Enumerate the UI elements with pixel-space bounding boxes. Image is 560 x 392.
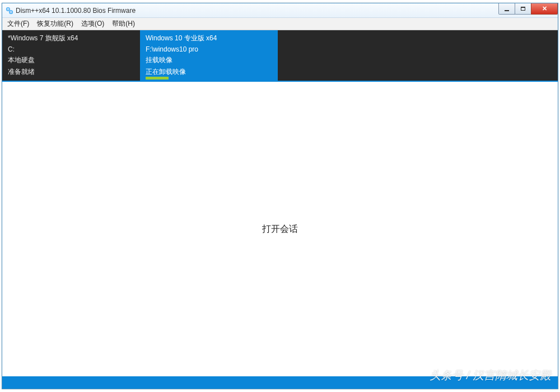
image-path: C: <box>8 45 134 53</box>
unload-progress-fill <box>146 77 169 80</box>
svg-point-3 <box>11 11 12 12</box>
close-icon: ✕ <box>542 6 547 12</box>
svg-point-1 <box>7 8 8 10</box>
image-status: 正在卸载映像 <box>146 67 272 77</box>
menu-recovery[interactable]: 恢复功能(R) <box>33 18 77 30</box>
image-card-win10[interactable]: Windows 10 专业版 x64 F:\windows10 pro 挂载映像… <box>140 30 278 81</box>
titlebar[interactable]: Dism++x64 10.1.1000.80 Bios Firmware ✕ <box>2 3 558 18</box>
image-strip: *Windows 7 旗舰版 x64 C: 本地硬盘 准备就绪 Windows … <box>2 30 558 82</box>
image-path: F:\windows10 pro <box>146 45 272 53</box>
minimize-button[interactable] <box>498 3 515 15</box>
close-button[interactable]: ✕ <box>531 3 558 15</box>
open-session-prompt: 打开会话 <box>262 223 298 235</box>
watermark-text: 头条号 / 汉宫隋城长安殿 <box>430 368 551 383</box>
window-title: Dism++x64 10.1.1000.80 Bios Firmware <box>16 7 136 15</box>
menu-help[interactable]: 帮助(H) <box>108 18 139 30</box>
image-strip-empty <box>278 30 558 81</box>
minimize-icon <box>505 10 509 11</box>
menu-file[interactable]: 文件(F) <box>3 18 33 30</box>
image-status: 准备就绪 <box>8 67 134 77</box>
content-area[interactable]: 打开会话 <box>2 82 558 376</box>
menubar: 文件(F) 恢复功能(R) 选项(O) 帮助(H) <box>2 18 558 30</box>
image-disk: 挂载映像 <box>146 55 272 65</box>
image-name: Windows 10 专业版 x64 <box>146 34 272 43</box>
unload-progress <box>146 77 272 80</box>
image-card-win7[interactable]: *Windows 7 旗舰版 x64 C: 本地硬盘 准备就绪 <box>2 30 140 81</box>
maximize-button[interactable] <box>515 3 531 15</box>
app-icon <box>6 7 13 15</box>
menu-options[interactable]: 选项(O) <box>77 18 108 30</box>
window-controls: ✕ <box>499 3 558 15</box>
image-disk: 本地硬盘 <box>8 55 134 65</box>
app-window: Dism++x64 10.1.1000.80 Bios Firmware ✕ 文… <box>2 3 558 389</box>
image-name: *Windows 7 旗舰版 x64 <box>8 34 134 43</box>
maximize-icon <box>521 7 525 11</box>
